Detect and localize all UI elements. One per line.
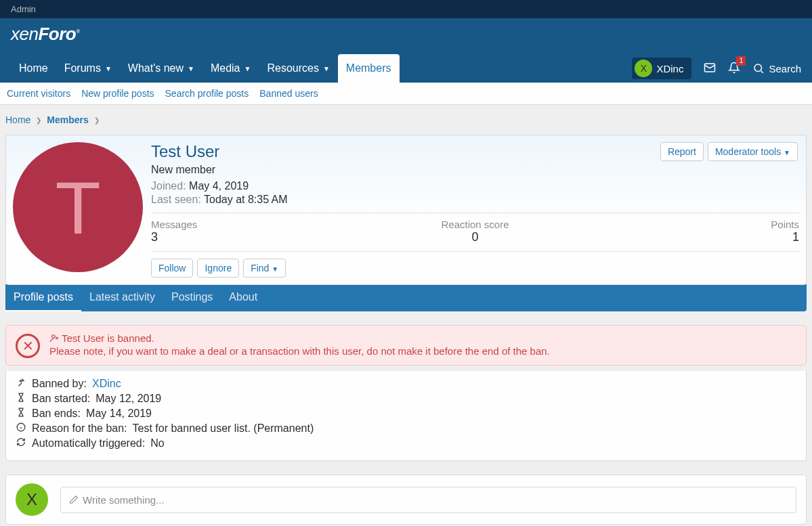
avatar[interactable]: T (13, 142, 143, 272)
subnav-current-visitors[interactable]: Current visitors (7, 88, 70, 99)
nav-forums[interactable]: Forums▼ (56, 54, 120, 83)
site-logo[interactable]: xenForo® (0, 18, 812, 54)
report-button[interactable]: Report (660, 142, 704, 161)
alerts-icon[interactable]: 1 (728, 62, 740, 76)
chevron-right-icon: ❯ (94, 116, 100, 124)
profile-title: New member (151, 164, 799, 176)
avatar: X (635, 60, 652, 77)
hourglass-icon (16, 408, 26, 420)
subnav-new-profile-posts[interactable]: New profile posts (81, 88, 154, 99)
tab-profile-posts[interactable]: Profile posts (5, 284, 81, 311)
find-button[interactable]: Find ▼ (243, 259, 286, 278)
last-seen: Today at 8:35 AM (204, 194, 288, 205)
avatar[interactable]: X (16, 483, 48, 516)
stat-messages[interactable]: Messages 3 (151, 219, 367, 244)
sub-nav: Current visitors New profile posts Searc… (0, 83, 812, 105)
joined-row: Joined: May 4, 2019 (151, 180, 799, 192)
inbox-icon[interactable] (704, 62, 716, 76)
moderator-tools-button[interactable]: Moderator tools ▼ (708, 142, 798, 161)
svg-point-2 (52, 334, 56, 338)
search-button[interactable]: Search (752, 62, 801, 74)
ban-alert: ✕ Test User is banned. Please note, if y… (5, 325, 807, 366)
profile-tabs: Profile posts Latest activity Postings A… (5, 284, 807, 311)
compose-box: X Write something... (5, 475, 807, 525)
compose-input[interactable]: Write something... (60, 487, 796, 513)
user-menu[interactable]: X XDinc (632, 58, 691, 79)
tab-postings[interactable]: Postings (163, 284, 221, 311)
chevron-down-icon[interactable]: ▼ (105, 65, 112, 72)
stat-points[interactable]: Points 1 (583, 219, 799, 244)
main-nav: Home Forums▼ What's new▼ Media▼ Resource… (0, 54, 812, 83)
ban-end-date: May 14, 2019 (86, 408, 152, 420)
refresh-icon (16, 437, 26, 450)
nav-whats-new[interactable]: What's new▼ (120, 54, 202, 83)
nav-members[interactable]: Members (338, 54, 400, 83)
last-seen-row: Last seen: Today at 8:35 AM (151, 194, 799, 206)
logo-part-a: xen (11, 24, 38, 44)
chevron-down-icon[interactable]: ▼ (188, 65, 194, 72)
chevron-down-icon[interactable]: ▼ (323, 65, 330, 72)
gavel-icon (16, 378, 26, 390)
joined-date: May 4, 2019 (189, 180, 249, 192)
error-icon: ✕ (16, 334, 40, 358)
ignore-button[interactable]: Ignore (197, 259, 239, 278)
nav-resources[interactable]: Resources▼ (259, 54, 337, 83)
ban-note: Please note, if you want to make a deal … (49, 345, 550, 357)
ban-start-date: May 12, 2019 (95, 393, 161, 405)
pencil-icon (69, 495, 79, 504)
profile-card: T Test User New member Joined: May 4, 20… (5, 135, 807, 285)
chevron-down-icon[interactable]: ▼ (244, 65, 251, 72)
nav-media[interactable]: Media▼ (202, 54, 259, 83)
ban-reason: Test for banned user list. (Permanent) (133, 422, 314, 435)
subnav-search-profile-posts[interactable]: Search profile posts (165, 88, 249, 99)
nav-home[interactable]: Home (11, 54, 56, 83)
user-banned-icon (49, 334, 59, 343)
breadcrumb-home[interactable]: Home (5, 114, 30, 125)
logo-part-b: Foro (38, 24, 76, 44)
header: xenForo® (0, 18, 812, 54)
chevron-down-icon: ▼ (784, 149, 790, 156)
banned-by-link[interactable]: XDinc (92, 378, 121, 390)
follow-button[interactable]: Follow (151, 259, 193, 278)
chevron-right-icon: ❯ (36, 116, 41, 124)
stat-reaction[interactable]: Reaction score 0 (367, 219, 583, 244)
chevron-down-icon: ▼ (272, 265, 278, 273)
info-icon (16, 422, 26, 435)
hourglass-icon (16, 393, 26, 405)
compose-placeholder: Write something... (83, 494, 165, 506)
alert-badge: 1 (736, 56, 746, 66)
ban-details: Banned by: XDinc Ban started: May 12, 20… (5, 371, 807, 461)
username: XDinc (656, 63, 683, 74)
breadcrumb: Home ❯ Members ❯ (0, 105, 812, 135)
subnav-banned-users[interactable]: Banned users (259, 88, 318, 99)
svg-point-1 (754, 64, 762, 72)
breadcrumb-members[interactable]: Members (47, 114, 88, 125)
tab-latest-activity[interactable]: Latest activity (81, 284, 163, 311)
tab-about[interactable]: About (221, 284, 265, 311)
ban-title: Test User is banned. (62, 332, 154, 344)
ban-auto: No (150, 437, 164, 450)
admin-bar[interactable]: Admin (0, 0, 812, 18)
